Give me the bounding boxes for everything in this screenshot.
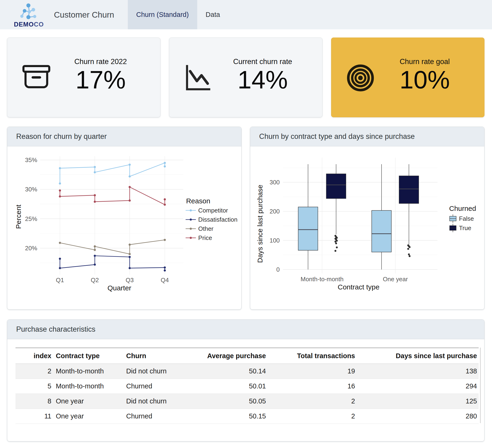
outlier-month-to-month-true xyxy=(336,247,338,248)
data-point-competitor xyxy=(94,171,96,173)
data-point-dissatisfaction xyxy=(94,264,96,266)
reason-churn-line-chart[interactable]: 35%30%25%20%Q1Q2Q3Q4QuarterPercentReason… xyxy=(7,146,241,309)
network-logo-icon xyxy=(18,3,40,21)
table-cell: 19 xyxy=(267,364,357,379)
kpi-label: Churn rate 2022 xyxy=(74,57,127,66)
kpi-value: 17% xyxy=(75,66,126,94)
churn-boxplot-chart[interactable]: 0100200300Month-to-monthOne yearContract… xyxy=(250,146,484,309)
table-cell: 50.15 xyxy=(196,409,267,424)
data-point-price xyxy=(94,194,96,196)
table-cell: 2 xyxy=(267,394,357,409)
data-point-dissatisfaction xyxy=(164,266,166,269)
box-month-to-month-false xyxy=(298,207,318,250)
data-point-competitor xyxy=(129,176,131,177)
data-point-competitor xyxy=(129,164,131,166)
target-icon xyxy=(345,62,376,93)
column-header-contract-type: Contract type xyxy=(53,348,123,364)
table-cell: Month-to-month xyxy=(53,379,123,394)
table-row: 5Month-to-monthChurned50.0116294 xyxy=(15,379,479,394)
company-logo: DEMOCO xyxy=(9,0,49,29)
y-tick-label: 0 xyxy=(276,266,279,273)
kpi-row: Churn rate 2022 17% Current churn rate 1… xyxy=(7,38,484,117)
column-header-days-since-last-purchase: Days since last purchase xyxy=(357,348,479,364)
series-line-price xyxy=(60,187,165,205)
kpi-card-churn-2022: Churn rate 2022 17% xyxy=(7,38,160,117)
y-tick-label: 35% xyxy=(25,156,37,164)
kpi-label: Current churn rate xyxy=(233,57,292,66)
app-header: DEMOCO Customer Churn Churn (Standard) D… xyxy=(0,0,492,29)
line-chart-down-icon xyxy=(183,62,214,93)
data-point-competitor xyxy=(59,182,61,185)
table-row: 2Month-to-monthDid not churn50.1419138 xyxy=(15,364,479,379)
outlier-one-year-true xyxy=(409,255,411,257)
charts-row: Reason for churn by quarter 35%30%25%20%… xyxy=(7,127,484,310)
table-row: 8One yearDid not churn50.052125 xyxy=(15,394,479,409)
outlier-month-to-month-true xyxy=(334,250,336,252)
data-point-dissatisfaction xyxy=(94,255,96,257)
data-point-competitor xyxy=(164,162,166,164)
y-tick-label: 300 xyxy=(269,179,279,186)
x-axis-title: Quarter xyxy=(107,284,131,292)
table-row: 11One yearChurned50.152280 xyxy=(15,409,479,424)
column-header-index: index xyxy=(15,348,53,364)
panel-reason-for-churn: Reason for churn by quarter 35%30%25%20%… xyxy=(7,127,242,310)
x-tick-label: Q3 xyxy=(126,277,134,284)
legend-label: Price xyxy=(198,234,212,241)
y-axis-title: Percent xyxy=(15,205,22,229)
kpi-card-churn-goal: Churn rate goal 10% xyxy=(331,38,484,117)
column-header-total-transactions: Total transactions xyxy=(267,348,357,364)
table-cell: 16 xyxy=(267,379,357,394)
kpi-text: Churn rate goal 10% xyxy=(376,57,473,97)
nav-tabs: Churn (Standard) Data xyxy=(128,0,228,29)
box-month-to-month-true xyxy=(326,174,346,198)
brand-co: CO xyxy=(34,21,44,28)
table-cell: 11 xyxy=(15,409,53,424)
series-line-dissatisfaction xyxy=(60,256,165,271)
data-point-other xyxy=(94,245,96,248)
y-tick-label: 200 xyxy=(269,208,279,215)
data-point-price xyxy=(164,198,166,200)
outlier-month-to-month-true xyxy=(334,241,336,242)
kpi-card-current-churn: Current churn rate 14% xyxy=(169,38,322,117)
data-point-price xyxy=(164,204,166,206)
tab-data[interactable]: Data xyxy=(197,0,228,29)
table-cell: 50.05 xyxy=(196,394,267,409)
table-cell: 2 xyxy=(267,409,357,424)
y-tick-label: 30% xyxy=(25,186,37,193)
outlier-one-year-true xyxy=(408,254,410,255)
x-axis-title: Contract type xyxy=(338,283,379,291)
x-tick-label: One year xyxy=(383,276,408,283)
column-header-average-purchase: Average purchase xyxy=(196,348,267,364)
brand-demo: DEMO xyxy=(14,21,34,28)
legend-label: Dissatisfaction xyxy=(198,216,237,223)
data-point-price xyxy=(129,199,131,201)
data-point-competitor xyxy=(94,166,96,168)
table-cell: Churned xyxy=(123,379,196,394)
tab-churn-standard[interactable]: Churn (Standard) xyxy=(128,0,197,29)
table-scrollbar[interactable] xyxy=(480,348,481,423)
table-cell: 280 xyxy=(357,409,479,424)
table-cell: 138 xyxy=(357,364,479,379)
table-cell: 5 xyxy=(15,379,53,394)
data-point-dissatisfaction xyxy=(164,270,166,272)
legend-swatch-dot xyxy=(190,237,192,239)
legend-label: True xyxy=(459,224,471,231)
box-one-year-false xyxy=(372,210,391,252)
box-one-year-true xyxy=(399,176,419,204)
table-header-row: indexContract typeChurnAverage purchaseT… xyxy=(15,348,479,364)
panel-title: Reason for churn by quarter xyxy=(7,127,241,146)
data-point-other xyxy=(59,242,61,244)
table-cell: Month-to-month xyxy=(53,364,123,379)
table-cell: Churned xyxy=(123,409,196,424)
data-point-dissatisfaction xyxy=(129,267,131,269)
y-axis-title: Days since last purchase xyxy=(256,185,264,263)
data-point-other xyxy=(94,249,96,251)
series-line-competitor xyxy=(60,163,165,184)
data-point-competitor xyxy=(164,165,166,167)
legend-title: Reason xyxy=(186,197,210,205)
x-tick-label: Q1 xyxy=(56,277,64,284)
legend-swatch-dot xyxy=(190,228,192,230)
series-line-other xyxy=(60,240,165,254)
data-point-dissatisfaction xyxy=(129,256,131,258)
legend-swatch-dot xyxy=(190,209,192,211)
